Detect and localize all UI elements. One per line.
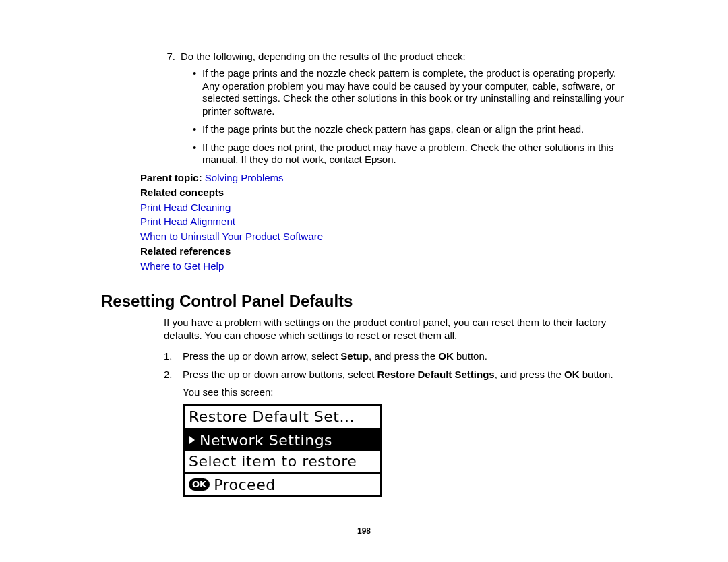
- step-bold: OK: [564, 369, 580, 380]
- step-number: 2.: [164, 369, 173, 381]
- lcd-line-selected: Network Settings: [185, 430, 380, 451]
- page-number: 198: [0, 526, 728, 536]
- step-bold: OK: [438, 350, 454, 362]
- lcd-panel: Restore Default Set... Network Settings …: [183, 404, 382, 497]
- bullet-item: If the page prints and the nozzle check …: [193, 67, 627, 118]
- step-text-part: Press the up or down arrow, select: [183, 350, 340, 362]
- ok-badge-icon: OK: [189, 478, 210, 491]
- lcd-line-title: Restore Default Set...: [185, 406, 380, 430]
- lcd-proceed-text: Proceed: [214, 476, 276, 495]
- parent-topic-link[interactable]: Solving Problems: [205, 172, 284, 183]
- step-row: 2. Press the up or down arrow buttons, s…: [164, 369, 627, 381]
- step-7-bullets: If the page prints and the nozzle check …: [162, 67, 627, 166]
- lcd-line-hint: Select item to restore: [185, 451, 380, 472]
- related-reference-link[interactable]: Where to Get Help: [140, 260, 627, 273]
- lcd-line-proceed: OK Proceed: [185, 472, 380, 496]
- step-text-part: , and press the: [369, 350, 438, 362]
- section-intro: If you have a problem with settings on t…: [101, 317, 627, 342]
- related-concept-link[interactable]: Print Head Cleaning: [140, 201, 627, 214]
- related-concepts-label: Related concepts: [140, 187, 627, 199]
- metadata-block: Parent topic: Solving Problems Related c…: [101, 172, 627, 272]
- step-text-part: button.: [580, 369, 613, 380]
- related-concept-link[interactable]: Print Head Alignment: [140, 216, 627, 228]
- step-text-part: , and press the: [495, 369, 564, 380]
- section-title: Resetting Control Panel Defaults: [101, 291, 627, 311]
- right-arrow-icon: [189, 436, 195, 444]
- section-steps: 1. Press the up or down arrow, select Se…: [101, 350, 627, 399]
- parent-topic-line: Parent topic: Solving Problems: [140, 172, 627, 185]
- step-7-row: 7. Do the following, depending on the re…: [162, 51, 627, 63]
- step-bold: Setup: [340, 350, 369, 362]
- lcd-selected-text: Network Settings: [200, 431, 332, 450]
- step-7-block: 7. Do the following, depending on the re…: [101, 51, 627, 166]
- step-text: Do the following, depending on the resul…: [181, 51, 627, 63]
- related-concept-link[interactable]: When to Uninstall Your Product Software: [140, 230, 627, 243]
- step-number: 7.: [162, 51, 181, 63]
- parent-topic-label: Parent topic:: [140, 172, 202, 183]
- svg-marker-0: [189, 436, 195, 444]
- related-references-label: Related references: [140, 245, 627, 258]
- step-number: 1.: [164, 350, 173, 363]
- document-page: 7. Do the following, depending on the re…: [0, 0, 728, 562]
- step-text-part: Press the up or down arrow buttons, sele…: [183, 369, 377, 380]
- screen-caption: You see this screen:: [164, 386, 627, 399]
- step-text-part: button.: [454, 350, 487, 362]
- bullet-item: If the page prints but the nozzle check …: [193, 123, 627, 136]
- step-bold: Restore Default Settings: [377, 369, 494, 380]
- bullet-item: If the page does not print, the product …: [193, 142, 627, 167]
- step-row: 1. Press the up or down arrow, select Se…: [164, 350, 627, 363]
